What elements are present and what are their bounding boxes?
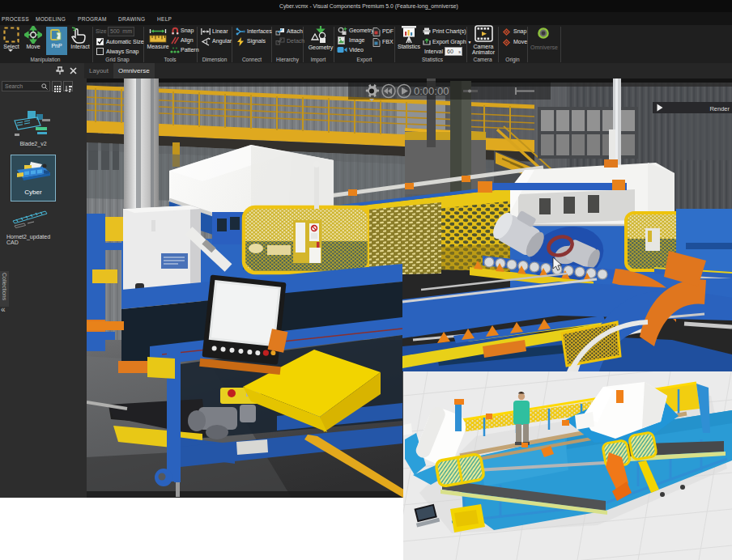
- svg-text:Render: Render: [709, 105, 730, 112]
- svg-text:0:00:00: 0:00:00: [414, 85, 449, 97]
